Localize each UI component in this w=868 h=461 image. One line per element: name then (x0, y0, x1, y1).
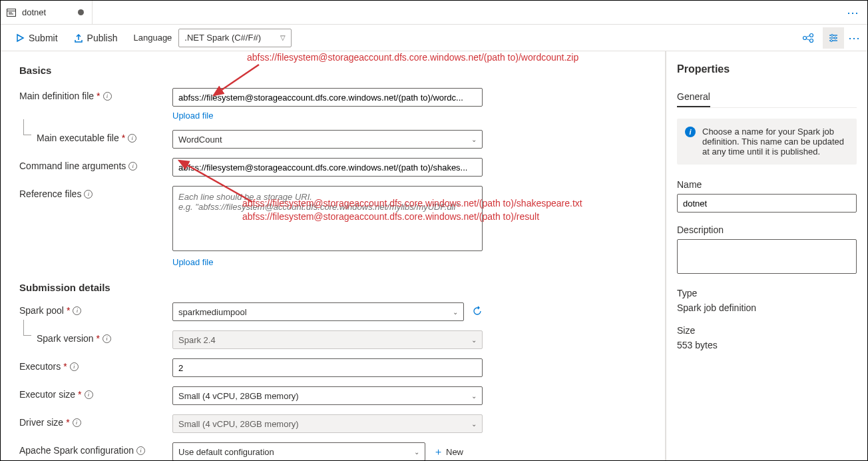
modified-indicator (78, 9, 84, 15)
description-label: Description (677, 225, 857, 235)
size-label: Size (677, 325, 857, 336)
executor-size-select[interactable]: Small (4 vCPU, 28GB memory) ⌄ (172, 386, 483, 405)
annotation-1: abfss://filesystem@storageaccount.dfs.co… (247, 52, 578, 63)
spark-pool-select[interactable]: sparkmediumpool ⌄ (172, 302, 464, 321)
header-more-button[interactable]: ⋯ (847, 5, 859, 20)
svg-point-6 (810, 33, 813, 37)
info-icon[interactable]: i (73, 418, 81, 427)
cmd-args-input[interactable] (172, 158, 483, 177)
name-label: Name (677, 179, 857, 190)
refresh-button[interactable] (472, 306, 483, 318)
svg-point-15 (831, 39, 833, 41)
info-icon[interactable]: i (128, 134, 136, 143)
svg-point-13 (835, 37, 837, 39)
upload-file-link-2[interactable]: Upload file (172, 257, 213, 267)
size-value: 553 bytes (677, 340, 857, 350)
chevron-down-icon: ⌄ (414, 448, 419, 456)
main-executable-select[interactable]: WordCount ⌄ (172, 130, 483, 149)
chevron-down-icon: ⌄ (471, 136, 477, 143)
info-icon: i (685, 127, 696, 137)
info-icon[interactable]: i (128, 162, 137, 171)
submit-button[interactable]: Submit (11, 30, 62, 46)
info-icon[interactable]: i (103, 92, 112, 101)
driver-size-label: Driver size * i (19, 414, 172, 428)
spark-config-label: Apache Spark configuration i (19, 442, 172, 456)
chevron-down-icon: ⌄ (471, 392, 477, 400)
executor-size-label: Executor size * i (19, 386, 172, 400)
description-textarea[interactable] (677, 239, 857, 274)
main-executable-label: Main executable file*i (19, 130, 172, 143)
chevron-down-icon: ⌄ (471, 420, 477, 428)
info-icon[interactable]: i (73, 306, 81, 315)
submission-heading: Submission details (19, 282, 646, 293)
document-icon (6, 7, 17, 18)
svg-point-11 (831, 34, 833, 36)
properties-title: Properties (677, 63, 857, 75)
tab-title: dotnet (22, 7, 46, 17)
document-tab[interactable]: dotnet (1, 1, 93, 24)
main-definition-input[interactable] (172, 88, 483, 107)
info-icon[interactable]: i (136, 446, 145, 455)
driver-size-select: Small (4 vCPU, 28GB memory) ⌄ (172, 414, 483, 433)
svg-line-9 (806, 39, 810, 41)
chevron-down-icon: ⌄ (453, 308, 458, 316)
info-icon[interactable]: i (70, 362, 79, 371)
chevron-down-icon: ▽ (280, 34, 286, 41)
spark-version-select: Spark 2.4 ⌄ (172, 330, 483, 349)
executors-input[interactable] (172, 358, 483, 377)
spark-version-label: Spark version * i (19, 330, 172, 344)
name-input[interactable] (677, 194, 857, 213)
svg-point-7 (810, 39, 813, 42)
executors-label: Executors * i (19, 358, 172, 372)
cmd-args-label: Command line arguments i (19, 158, 172, 171)
new-config-button[interactable]: ＋ New (433, 446, 463, 458)
svg-marker-4 (17, 35, 23, 41)
chevron-down-icon: ⌄ (471, 336, 477, 344)
info-box: i Choose a name for your Spark job defin… (677, 119, 857, 165)
info-icon[interactable]: i (84, 190, 93, 199)
spark-config-select[interactable]: Use default configuration ⌄ (172, 442, 425, 460)
publish-icon (74, 33, 83, 43)
main-definition-label: Main definition file*i (19, 88, 172, 101)
tab-general[interactable]: General (677, 87, 710, 107)
play-icon (15, 33, 25, 43)
upload-file-link[interactable]: Upload file (172, 111, 213, 121)
type-value: Spark job definition (677, 302, 857, 313)
svg-line-8 (806, 35, 810, 37)
relations-button[interactable] (797, 27, 819, 49)
info-icon[interactable]: i (103, 334, 111, 343)
reference-files-label: Reference files i (19, 186, 172, 199)
toolbar-more-button[interactable]: ⋯ (848, 31, 861, 45)
svg-point-5 (803, 36, 807, 39)
spark-pool-label: Spark pool * i (19, 302, 172, 316)
info-icon[interactable]: i (85, 390, 93, 399)
publish-button[interactable]: Publish (70, 30, 122, 46)
refresh-icon (472, 306, 483, 316)
basics-heading: Basics (19, 65, 646, 76)
sliders-icon (827, 32, 839, 44)
settings-panel-button[interactable] (823, 27, 844, 49)
reference-files-textarea[interactable] (172, 186, 483, 251)
type-label: Type (677, 288, 857, 298)
related-icon (802, 32, 814, 44)
language-select[interactable]: .NET Spark (C#/F#) ▽ (178, 29, 292, 47)
language-label: Language (134, 33, 172, 43)
